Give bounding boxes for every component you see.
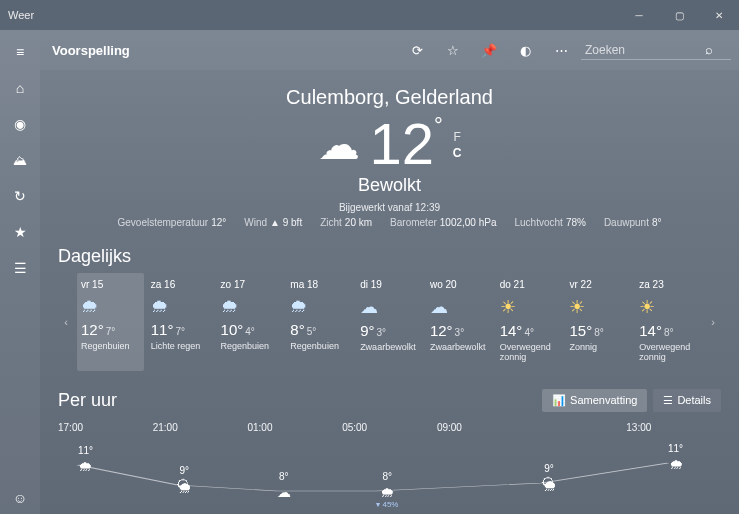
unit-f[interactable]: F bbox=[453, 130, 462, 146]
day-low: 8° bbox=[594, 327, 604, 338]
day-condition: Zwaarbewolkt bbox=[430, 343, 489, 353]
titlebar: Weer ─ ▢ ✕ bbox=[0, 0, 739, 30]
favorites-icon[interactable]: ★ bbox=[0, 214, 40, 250]
minimize-button[interactable]: ─ bbox=[619, 0, 659, 30]
hour-icon: 🌧 bbox=[380, 484, 394, 500]
day-condition: Overwegend zonnig bbox=[500, 343, 559, 363]
tab-details[interactable]: ☰ Details bbox=[653, 389, 721, 412]
day-condition: Regenbuien bbox=[81, 342, 140, 352]
hour-icon: ☁ bbox=[277, 484, 291, 500]
day-name: wo 20 bbox=[430, 279, 489, 290]
daily-prev[interactable]: ‹ bbox=[58, 273, 74, 371]
day-card[interactable]: zo 17🌧10°4°Regenbuien bbox=[217, 273, 284, 371]
hour-point: 8°☁ bbox=[277, 471, 291, 500]
hour-temp: 9° bbox=[544, 463, 554, 474]
day-card[interactable]: wo 20☁12°3°Zwaarbewolkt bbox=[426, 273, 493, 371]
day-name: zo 17 bbox=[221, 279, 280, 290]
day-icon: 🌧 bbox=[221, 296, 280, 317]
day-high: 12° bbox=[81, 321, 104, 338]
current-temp: 12° bbox=[370, 115, 443, 173]
day-high: 15° bbox=[569, 322, 592, 339]
location-name: Culemborg, Gelderland bbox=[58, 86, 721, 109]
day-card[interactable]: vr 15🌧12°7°Regenbuien bbox=[77, 273, 144, 371]
more-icon[interactable]: ⋯ bbox=[545, 34, 577, 66]
search-input[interactable] bbox=[585, 43, 705, 57]
day-high: 12° bbox=[430, 322, 453, 339]
hour-point: 9°🌦 bbox=[542, 463, 556, 492]
metric: Dauwpunt8° bbox=[604, 217, 662, 228]
day-card[interactable]: ma 18🌧8°5°Regenbuien bbox=[286, 273, 353, 371]
day-card[interactable]: za 23☀14°8°Overwegend zonnig bbox=[635, 273, 702, 371]
list-icon: ☰ bbox=[663, 394, 673, 407]
day-name: za 16 bbox=[151, 279, 210, 290]
favorite-icon[interactable]: ☆ bbox=[437, 34, 469, 66]
theme-icon[interactable]: ◐ bbox=[509, 34, 541, 66]
current-weather: ☁ 12° F C bbox=[58, 115, 721, 173]
day-icon: 🌧 bbox=[151, 296, 210, 317]
sidebar: ≡ ⌂ ◉ ⛰ ↻ ★ ☰ ☺ ⚙ bbox=[0, 30, 40, 514]
metrics: Gevoelstemperatuur12°Wind▲ 9 bftZicht20 … bbox=[58, 217, 721, 228]
current-condition: Bewolkt bbox=[58, 175, 721, 196]
search-icon[interactable]: ⌕ bbox=[705, 42, 713, 57]
hour-time: 13:00 bbox=[626, 422, 721, 433]
day-card[interactable]: za 16🌧11°7°Lichte regen bbox=[147, 273, 214, 371]
news-icon[interactable]: ☰ bbox=[0, 250, 40, 286]
day-name: di 19 bbox=[360, 279, 419, 290]
hourly-title: Per uur bbox=[58, 390, 542, 411]
daily-next[interactable]: › bbox=[705, 273, 721, 371]
unit-c[interactable]: C bbox=[453, 146, 462, 162]
home-icon[interactable]: ⌂ bbox=[0, 70, 40, 106]
pin-icon[interactable]: 📌 bbox=[473, 34, 505, 66]
day-icon: 🌧 bbox=[290, 296, 349, 317]
updated-time: Bijgewerkt vanaf 12:39 bbox=[58, 202, 721, 213]
hour-time: 09:00 bbox=[437, 422, 532, 433]
daily-title: Dagelijks bbox=[58, 246, 721, 267]
close-button[interactable]: ✕ bbox=[699, 0, 739, 30]
day-condition: Regenbuien bbox=[221, 342, 280, 352]
hour-point: 9°🌦 bbox=[177, 465, 191, 494]
day-condition: Regenbuien bbox=[290, 342, 349, 352]
day-low: 4° bbox=[245, 326, 255, 337]
view-title: Voorspelling bbox=[52, 43, 130, 58]
day-condition: Zonnig bbox=[569, 343, 628, 353]
refresh-icon[interactable]: ⟳ bbox=[401, 34, 433, 66]
day-name: za 23 bbox=[639, 279, 698, 290]
history-icon[interactable]: ↻ bbox=[0, 178, 40, 214]
day-low: 3° bbox=[376, 327, 386, 338]
hour-temp: 11° bbox=[668, 443, 683, 454]
chart-icon: 📊 bbox=[552, 394, 566, 407]
hour-temp: 8° bbox=[383, 471, 393, 482]
day-card[interactable]: vr 22☀15°8°Zonnig bbox=[565, 273, 632, 371]
search-box[interactable]: ⌕ bbox=[581, 40, 731, 60]
day-icon: ☁ bbox=[430, 296, 489, 318]
day-card[interactable]: di 19☁9°3°Zwaarbewolkt bbox=[356, 273, 423, 371]
map-icon[interactable]: ⛰ bbox=[0, 142, 40, 178]
day-condition: Overwegend zonnig bbox=[639, 343, 698, 363]
day-high: 8° bbox=[290, 321, 304, 338]
hour-time: 17:00 bbox=[58, 422, 153, 433]
radar-icon[interactable]: ◉ bbox=[0, 106, 40, 142]
day-card[interactable]: do 21☀14°4°Overwegend zonnig bbox=[496, 273, 563, 371]
hour-temp: 11° bbox=[78, 445, 93, 456]
day-low: 4° bbox=[524, 327, 534, 338]
hour-precip: ▾ 45% bbox=[376, 500, 398, 509]
day-icon: ☀ bbox=[569, 296, 628, 318]
hour-icon: 🌧 bbox=[78, 458, 92, 474]
hour-icon: 🌦 bbox=[542, 476, 556, 492]
feedback-icon[interactable]: ☺ bbox=[0, 480, 40, 514]
metric: Barometer1002,00 hPa bbox=[390, 217, 496, 228]
hour-time: 05:00 bbox=[342, 422, 437, 433]
day-low: 3° bbox=[455, 327, 465, 338]
maximize-button[interactable]: ▢ bbox=[659, 0, 699, 30]
hour-time: 21:00 bbox=[153, 422, 248, 433]
metric: Luchtvocht78% bbox=[515, 217, 586, 228]
day-condition: Zwaarbewolkt bbox=[360, 343, 419, 353]
hour-point: 11°🌧 bbox=[78, 445, 93, 474]
hour-time: 01:00 bbox=[247, 422, 342, 433]
hour-point: 8°🌧▾ 45% bbox=[376, 471, 398, 509]
hour-temp: 9° bbox=[180, 465, 190, 476]
menu-icon[interactable]: ≡ bbox=[0, 34, 40, 70]
hourly-chart: 17:0021:0001:0005:0009:0013:00 11°🌧9°🌦8°… bbox=[58, 422, 721, 514]
tab-summary[interactable]: 📊 Samenvatting bbox=[542, 389, 647, 412]
hour-point: 11°🌧 bbox=[668, 443, 683, 472]
